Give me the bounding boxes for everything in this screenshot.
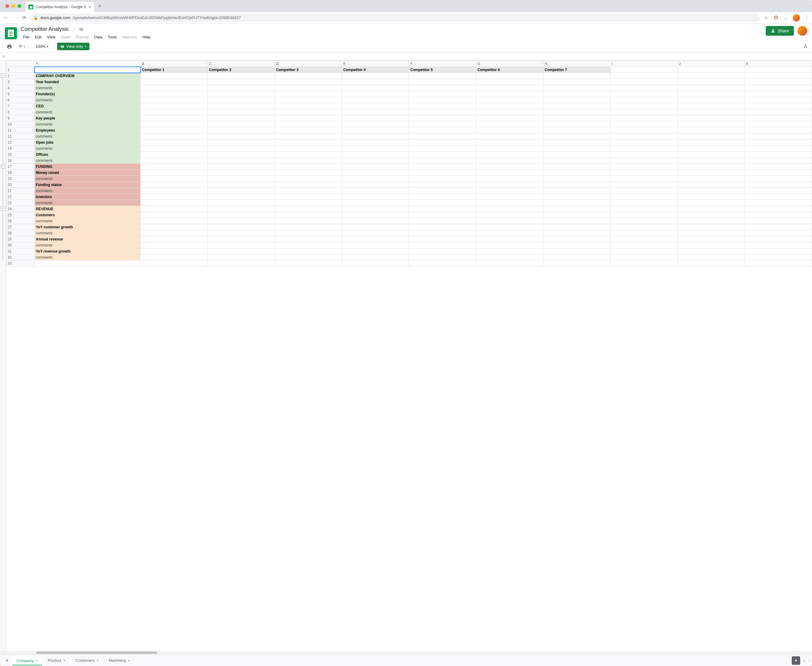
cell[interactable] xyxy=(610,230,677,236)
sheet-tab-product[interactable]: Product▼ xyxy=(44,655,70,665)
row-header[interactable]: 11 xyxy=(7,127,35,134)
sheet-nav-right-icon[interactable]: › xyxy=(808,658,810,663)
row-header[interactable]: 29 xyxy=(7,236,35,242)
cell[interactable] xyxy=(745,134,812,139)
column-header-K[interactable]: K xyxy=(745,61,812,67)
cell[interactable] xyxy=(677,79,745,85)
cell[interactable] xyxy=(35,67,141,73)
cell[interactable] xyxy=(208,97,275,103)
cell[interactable] xyxy=(208,182,275,188)
row-header[interactable]: 28 xyxy=(7,230,35,236)
cell[interactable]: Offices xyxy=(35,152,141,158)
cell[interactable] xyxy=(543,115,610,121)
cell[interactable] xyxy=(141,134,208,139)
cell[interactable] xyxy=(342,230,409,236)
row-header[interactable]: 2 xyxy=(7,73,35,79)
cell[interactable] xyxy=(476,121,543,127)
cell[interactable] xyxy=(677,254,745,260)
cell[interactable] xyxy=(275,194,342,200)
cell[interactable] xyxy=(275,176,342,182)
cell[interactable] xyxy=(745,218,812,224)
cell[interactable] xyxy=(275,188,342,194)
cell[interactable] xyxy=(677,121,745,127)
cell[interactable] xyxy=(476,91,543,97)
cell[interactable] xyxy=(275,212,342,218)
nav-forward-icon[interactable]: → xyxy=(13,15,19,21)
cell[interactable] xyxy=(610,164,677,170)
cell[interactable] xyxy=(141,194,208,200)
cell[interactable] xyxy=(543,260,610,267)
cell[interactable] xyxy=(275,115,342,121)
row-header[interactable]: 33 xyxy=(7,260,35,267)
cell[interactable] xyxy=(677,134,745,139)
cell[interactable] xyxy=(342,254,409,260)
cell[interactable] xyxy=(208,260,275,267)
cell[interactable]: comments xyxy=(35,242,141,248)
cell[interactable] xyxy=(208,254,275,260)
cell[interactable] xyxy=(208,200,275,206)
cell[interactable] xyxy=(543,152,610,158)
cell[interactable] xyxy=(677,182,745,188)
cell[interactable] xyxy=(342,91,409,97)
row-header[interactable]: 9 xyxy=(7,115,35,121)
cell[interactable] xyxy=(543,230,610,236)
cell[interactable] xyxy=(476,145,543,152)
cell[interactable] xyxy=(610,236,677,242)
row-header[interactable]: 18 xyxy=(7,170,35,176)
cell[interactable]: Year founded xyxy=(35,79,141,85)
cell[interactable] xyxy=(543,145,610,152)
cell[interactable] xyxy=(275,230,342,236)
sheet-tab-dropdown-icon[interactable]: ▼ xyxy=(35,659,38,663)
menu-help[interactable]: Help xyxy=(140,34,153,41)
cell[interactable] xyxy=(208,73,275,79)
menu-insert[interactable]: Insert xyxy=(58,34,73,41)
cell[interactable] xyxy=(409,73,476,79)
cell[interactable] xyxy=(342,194,409,200)
cell[interactable] xyxy=(275,103,342,109)
cell[interactable] xyxy=(677,91,745,97)
column-header-F[interactable]: F xyxy=(409,61,476,67)
cell[interactable] xyxy=(275,145,342,152)
cell[interactable]: Competitor 1 xyxy=(141,67,208,73)
cell[interactable] xyxy=(476,254,543,260)
cell[interactable] xyxy=(745,139,812,145)
cell[interactable] xyxy=(342,145,409,152)
cell[interactable] xyxy=(342,236,409,242)
cell[interactable] xyxy=(208,170,275,176)
cell[interactable]: Founder(s) xyxy=(35,91,141,97)
cell[interactable] xyxy=(677,248,745,254)
cell[interactable] xyxy=(610,121,677,127)
cell[interactable] xyxy=(476,236,543,242)
cell[interactable] xyxy=(476,85,543,91)
cell[interactable] xyxy=(610,242,677,248)
cell[interactable] xyxy=(409,206,476,212)
cell[interactable] xyxy=(141,115,208,121)
cell[interactable] xyxy=(275,206,342,212)
cell[interactable] xyxy=(543,194,610,200)
cell[interactable] xyxy=(208,103,275,109)
cell[interactable] xyxy=(141,254,208,260)
cell[interactable] xyxy=(409,158,476,164)
cell[interactable] xyxy=(409,230,476,236)
cell[interactable] xyxy=(342,127,409,134)
cell[interactable]: comments xyxy=(35,158,141,164)
cell[interactable] xyxy=(677,85,745,91)
cell[interactable] xyxy=(409,200,476,206)
cell[interactable] xyxy=(141,242,208,248)
cell[interactable] xyxy=(409,79,476,85)
cell[interactable] xyxy=(409,248,476,254)
cell[interactable] xyxy=(677,97,745,103)
spreadsheet-grid[interactable]: ABCDEFGHIJK1Competitor 1Competitor 2Comp… xyxy=(6,61,812,651)
cell[interactable] xyxy=(275,121,342,127)
cell[interactable] xyxy=(543,242,610,248)
cell[interactable] xyxy=(409,134,476,139)
cell[interactable] xyxy=(610,73,677,79)
cell[interactable] xyxy=(610,176,677,182)
cell[interactable] xyxy=(476,79,543,85)
cell[interactable] xyxy=(275,224,342,230)
cell[interactable] xyxy=(208,145,275,152)
cell[interactable] xyxy=(208,224,275,230)
cell[interactable] xyxy=(677,103,745,109)
column-header-G[interactable]: G xyxy=(476,61,543,67)
cell[interactable] xyxy=(677,139,745,145)
